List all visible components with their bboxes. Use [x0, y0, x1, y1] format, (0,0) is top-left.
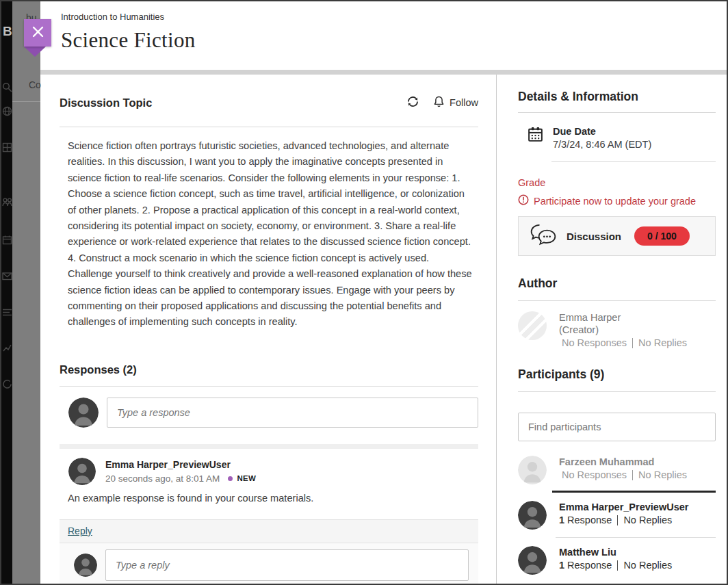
globe-icon[interactable]	[2, 106, 12, 119]
author-row: Emma Harper (Creator) No Responses No Re…	[518, 311, 716, 348]
grade-label: Grade	[518, 177, 716, 188]
rule	[518, 112, 716, 113]
response-card: Emma Harper_PreviewUser 20 seconds ago, …	[60, 458, 478, 504]
sidebar-divider	[496, 75, 497, 584]
author-responses-label: No Responses	[562, 337, 627, 348]
new-indicator-dot	[228, 476, 233, 481]
panel-header: Introduction to Humanities Science Ficti…	[40, 1, 727, 70]
participants-heading: Participants (9)	[518, 367, 716, 382]
participant-stats: 1 Response No Replies	[559, 560, 672, 571]
dimmed-divider	[12, 101, 40, 102]
responses-heading: Responses (2)	[60, 363, 478, 376]
responses-label: No Responses	[562, 469, 627, 480]
warning-icon	[518, 194, 529, 207]
grade-item: Discussion 0 / 100	[518, 216, 716, 256]
dimmed-tab-fragment: Co	[29, 79, 41, 90]
stats-separator	[617, 560, 618, 571]
response-input[interactable]	[107, 398, 478, 428]
details-heading: Details & Information	[518, 90, 716, 104]
participant-name: Emma Harper_PreviewUser	[559, 502, 688, 512]
due-date-label: Due Date	[553, 126, 651, 137]
header-separator	[40, 70, 727, 75]
app-logo: B	[3, 24, 12, 39]
grades-icon[interactable]	[2, 343, 12, 356]
find-participants-input[interactable]	[518, 413, 716, 441]
messages-icon[interactable]	[2, 271, 12, 284]
response-timestamp: 20 seconds ago, at 8:01 AM	[105, 473, 220, 484]
author-stats: No Responses No Replies	[559, 337, 687, 348]
discussion-panel: Introduction to Humanities Science Ficti…	[40, 1, 727, 584]
main-column: Discussion Topic Follow Science fiction …	[60, 75, 478, 584]
due-date-value: 7/3/24, 8:46 AM (EDT)	[553, 139, 651, 150]
page-title: Science Fiction	[61, 28, 727, 53]
responses-label: Response	[567, 560, 612, 571]
responses-count: 1	[559, 515, 564, 525]
close-icon	[31, 25, 44, 40]
due-date-block: Due Date 7/3/24, 8:46 AM (EDT)	[518, 126, 716, 150]
reply-link[interactable]: Reply	[68, 525, 92, 536]
author-role: (Creator)	[559, 324, 687, 335]
follow-button[interactable]: Follow	[433, 95, 478, 110]
discussion-icon	[529, 222, 558, 250]
stats-separator	[617, 515, 618, 525]
creator-avatar	[518, 311, 547, 340]
follow-label: Follow	[450, 97, 478, 108]
response-body: An example response is found in your cou…	[60, 493, 478, 504]
participant-stats: 1 Response No Replies	[559, 515, 688, 525]
author-heading: Author	[518, 276, 716, 291]
app-navigation-bar: B	[1, 1, 12, 584]
grade-pill: 0 / 100	[634, 226, 690, 246]
courses-icon[interactable]	[2, 197, 12, 210]
stats-separator	[632, 470, 633, 480]
grade-item-label: Discussion	[567, 231, 621, 242]
stats-separator	[632, 338, 633, 348]
replies-label: No Replies	[623, 515, 672, 525]
rule	[518, 391, 716, 392]
search-icon[interactable]	[2, 82, 12, 95]
institution-icon[interactable]	[2, 142, 12, 155]
reply-compose-row	[60, 543, 478, 585]
rule	[60, 127, 478, 127]
rule	[551, 161, 716, 162]
current-user-avatar-small	[74, 554, 97, 577]
author-name: Emma Harper	[559, 312, 687, 323]
rule	[556, 537, 716, 538]
section-separator-band	[60, 444, 478, 449]
participant-name: Matthew Liu	[559, 547, 672, 558]
screenshot-root: B bu Co Introduction to Humanities Scien…	[0, 0, 728, 585]
participant-stats: No Responses No Replies	[559, 469, 687, 480]
calendar-nav-icon[interactable]	[2, 235, 12, 248]
responses-label: Response	[567, 515, 612, 525]
participant-row[interactable]: Farzeen Muhammad No Responses No Replies	[518, 456, 716, 484]
participant-row[interactable]: Matthew Liu 1 Response No Replies	[518, 546, 716, 575]
current-user-avatar	[68, 398, 99, 428]
refresh-icon	[406, 95, 419, 110]
details-sidebar: Details & Information Due Date 7/3/24, 8…	[518, 75, 716, 584]
activity-stream-icon[interactable]	[2, 307, 12, 320]
close-button-fold	[24, 47, 46, 57]
page-dim-overlay: bu Co	[12, 1, 40, 584]
participant-row[interactable]: Emma Harper_PreviewUser 1 Response No Re…	[518, 501, 716, 530]
participant-avatar	[518, 501, 547, 530]
refresh-button[interactable]	[406, 95, 419, 110]
rule	[518, 300, 716, 301]
course-name: Introduction to Humanities	[61, 12, 727, 22]
replies-label: No Replies	[623, 560, 672, 571]
grade-warning-text: Participate now to update your grade	[534, 196, 696, 207]
discussion-topic-heading: Discussion Topic	[60, 96, 152, 109]
author-replies-label: No Replies	[638, 337, 687, 348]
calendar-icon	[527, 126, 544, 150]
participant-name: Farzeen Muhammad	[559, 456, 687, 467]
participant-avatar	[518, 546, 547, 575]
reply-action-bar: Reply	[60, 519, 478, 543]
reply-input[interactable]	[105, 549, 469, 581]
new-badge: NEW	[237, 474, 256, 482]
rule	[60, 386, 478, 387]
grade-warning-row: Participate now to update your grade	[518, 194, 716, 207]
participant-avatar	[518, 456, 547, 484]
sign-out-icon[interactable]	[2, 379, 12, 392]
response-author-name: Emma Harper_PreviewUser	[105, 459, 256, 470]
focus-underline	[552, 491, 716, 493]
close-panel-button[interactable]	[24, 19, 51, 47]
discussion-topic-text: Science fiction often portrays futuristi…	[60, 138, 476, 330]
